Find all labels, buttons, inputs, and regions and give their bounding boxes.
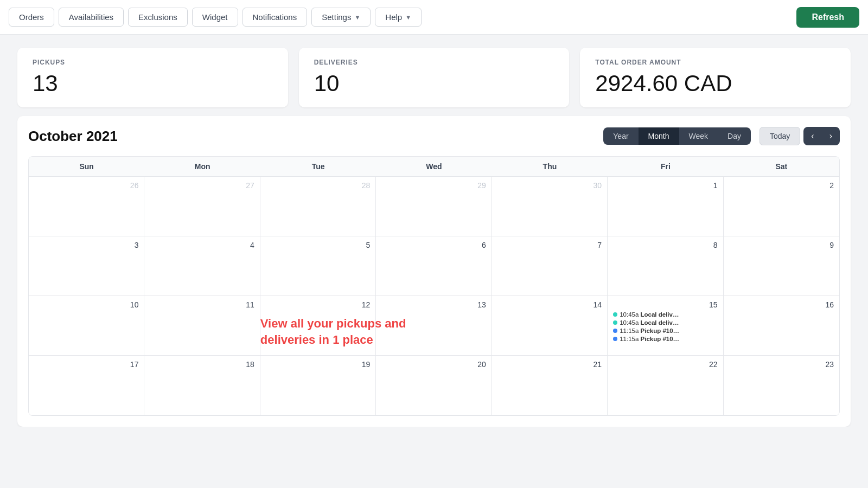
- calendar-week-3: 10 11 12 View all your pickups anddelive…: [29, 296, 839, 356]
- table-row[interactable]: 9: [724, 236, 839, 296]
- total-order-value: 2924.60 CAD: [595, 70, 835, 97]
- widget-button[interactable]: Widget: [192, 8, 238, 27]
- table-row[interactable]: 20: [376, 356, 492, 415]
- teal-dot-icon: [613, 312, 617, 317]
- table-row[interactable]: 30: [492, 177, 608, 236]
- day-tue: Tue: [260, 157, 376, 176]
- help-chevron-icon: ▼: [405, 14, 411, 21]
- help-button[interactable]: Help ▼: [375, 8, 422, 27]
- table-row[interactable]: 23: [724, 356, 839, 415]
- table-row[interactable]: 28: [260, 177, 376, 236]
- table-row[interactable]: 2: [724, 177, 839, 236]
- table-row[interactable]: 27: [144, 177, 260, 236]
- table-row[interactable]: 10: [29, 296, 144, 356]
- day-mon: Mon: [144, 157, 260, 176]
- table-row[interactable]: 4: [144, 236, 260, 296]
- table-row[interactable]: 16: [724, 296, 839, 356]
- orders-button[interactable]: Orders: [9, 8, 54, 27]
- total-order-card: TOTAL ORDER AMOUNT 2924.60 CAD: [580, 48, 851, 107]
- table-row[interactable]: 18: [144, 356, 260, 415]
- pickups-value: 13: [33, 70, 273, 97]
- table-row[interactable]: 1: [608, 177, 723, 236]
- refresh-button[interactable]: Refresh: [796, 7, 859, 28]
- pickups-label: PICKUPS: [33, 59, 273, 66]
- view-switcher: Year Month Week Day: [603, 127, 751, 145]
- table-row[interactable]: 29: [376, 177, 492, 236]
- table-row[interactable]: 5: [260, 236, 376, 296]
- calendar-week-2: 3 4 5 6 7 8 9: [29, 236, 839, 296]
- table-row[interactable]: 26: [29, 177, 144, 236]
- view-day-button[interactable]: Day: [718, 127, 751, 145]
- calendar-header: October 2021 Year Month Week Day Today ‹…: [28, 127, 840, 145]
- table-row[interactable]: 6: [376, 236, 492, 296]
- table-row[interactable]: 22: [608, 356, 723, 415]
- table-row[interactable]: 7: [492, 236, 608, 296]
- table-row[interactable]: 11: [144, 296, 260, 356]
- deliveries-card: DELIVERIES 10: [299, 48, 570, 107]
- table-row[interactable]: 21: [492, 356, 608, 415]
- availabilities-button[interactable]: Availabilities: [59, 8, 124, 27]
- view-month-button[interactable]: Month: [639, 127, 679, 145]
- top-navigation: Orders Availabilities Exclusions Widget …: [0, 0, 868, 35]
- table-row[interactable]: 8: [608, 236, 723, 296]
- day-sun: Sun: [29, 157, 144, 176]
- pickups-card: PICKUPS 13: [17, 48, 288, 107]
- table-row[interactable]: 3: [29, 236, 144, 296]
- list-item: 10:45a Local deliv…: [613, 319, 717, 326]
- exclusions-button[interactable]: Exclusions: [128, 8, 188, 27]
- stats-row: PICKUPS 13 DELIVERIES 10 TOTAL ORDER AMO…: [0, 35, 868, 116]
- deliveries-value: 10: [314, 70, 554, 97]
- calendar-nav-arrows: ‹ ›: [803, 127, 840, 145]
- view-week-button[interactable]: Week: [679, 127, 718, 145]
- prev-month-button[interactable]: ‹: [803, 127, 821, 145]
- blue-dot-icon: [613, 329, 617, 333]
- view-year-button[interactable]: Year: [603, 127, 638, 145]
- today-button[interactable]: Today: [760, 127, 800, 145]
- list-item: 11:15a Pickup #10…: [613, 328, 717, 334]
- notifications-button[interactable]: Notifications: [242, 8, 308, 27]
- day-thu: Thu: [492, 157, 608, 176]
- settings-button[interactable]: Settings ▼: [311, 8, 371, 27]
- list-item: 10:45a Local deliv…: [613, 311, 717, 318]
- calendar-section: October 2021 Year Month Week Day Today ‹…: [17, 116, 851, 427]
- teal-dot-icon: [613, 320, 617, 325]
- table-row[interactable]: 17: [29, 356, 144, 415]
- day-sat: Sat: [724, 157, 839, 176]
- calendar-day-headers: Sun Mon Tue Wed Thu Fri Sat: [29, 157, 839, 177]
- day-fri: Fri: [608, 157, 723, 176]
- calendar-week-1: 26 27 28 29 30 1 2: [29, 177, 839, 236]
- calendar-grid: Sun Mon Tue Wed Thu Fri Sat 26 27 28 29 …: [28, 156, 840, 416]
- settings-chevron-icon: ▼: [354, 14, 360, 21]
- day-wed: Wed: [376, 157, 492, 176]
- blue-dot-icon: [613, 337, 617, 341]
- table-row[interactable]: 15 10:45a Local deliv… 10:45a Local deli…: [608, 296, 723, 356]
- total-order-label: TOTAL ORDER AMOUNT: [595, 59, 835, 66]
- table-row[interactable]: 12 View all your pickups anddeliveries i…: [260, 296, 376, 356]
- deliveries-label: DELIVERIES: [314, 59, 554, 66]
- table-row[interactable]: 13: [376, 296, 492, 356]
- calendar-title: October 2021: [28, 128, 603, 145]
- table-row[interactable]: 19: [260, 356, 376, 415]
- table-row[interactable]: 14: [492, 296, 608, 356]
- next-month-button[interactable]: ›: [822, 127, 840, 145]
- list-item: 11:15a Pickup #10…: [613, 336, 717, 342]
- calendar-week-4: 17 18 19 20 21 22 23: [29, 356, 839, 415]
